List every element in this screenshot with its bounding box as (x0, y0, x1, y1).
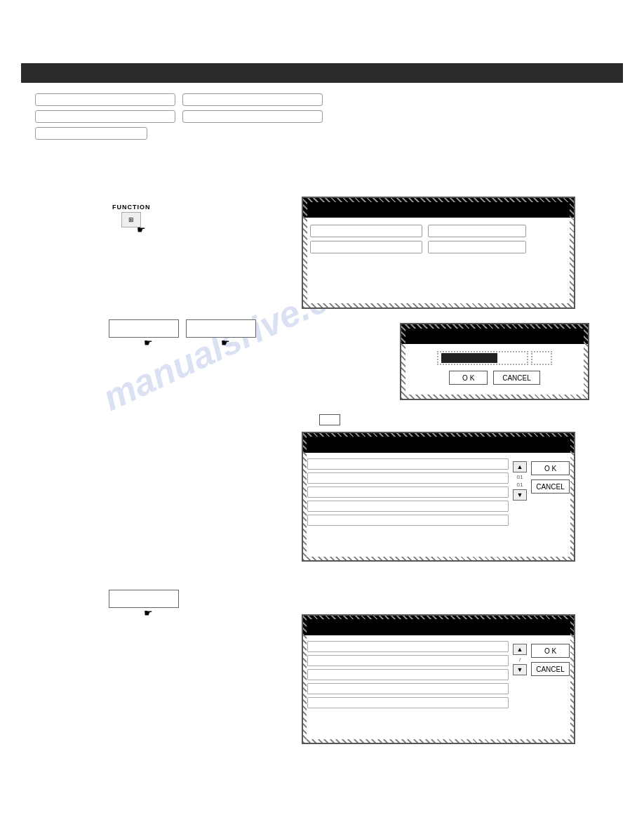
dialog2-header (401, 324, 588, 344)
section1-row3 (35, 127, 609, 140)
dialog-box-1 (302, 197, 575, 309)
dialog3-list-item-1[interactable] (307, 458, 509, 470)
dialog4-list-item-2[interactable] (307, 655, 509, 666)
top-input-4[interactable] (182, 110, 323, 123)
dialog2-dark-value (441, 353, 497, 363)
dialog4-list (307, 641, 509, 708)
dialog4-ok-button[interactable]: O K (531, 644, 570, 658)
dialog3-num1: 01 (517, 474, 523, 480)
top-input-3[interactable] (35, 110, 175, 123)
button-row-1: ☛ ☛ (109, 319, 256, 338)
dialog4-header (303, 616, 574, 635)
dialog2-cancel-button[interactable]: CANCEL (493, 371, 540, 385)
dialog2-right-box (531, 351, 552, 365)
top-input-2[interactable] (182, 93, 323, 106)
function-label: FUNCTION (112, 204, 151, 211)
dialog2-selector-box[interactable] (437, 351, 528, 365)
dialog1-input-2[interactable] (428, 225, 526, 237)
dialog3-arrow-up[interactable]: ▲ (513, 461, 527, 472)
dialog4-arrow-down[interactable]: ▼ (513, 664, 527, 675)
dialog-box-3: ▲ 01 01 ▼ O K CANCEL (302, 432, 575, 562)
button-3[interactable]: ☛ (109, 590, 179, 608)
button-row-2: ☛ (109, 590, 179, 608)
function-icon[interactable]: ⊞ ☛ (121, 212, 141, 227)
dialog1-body (303, 218, 574, 260)
dialog3-cancel-button[interactable]: CANCEL (531, 479, 570, 494)
dialog1-input-3[interactable] (310, 241, 422, 253)
dialog1-row1 (310, 225, 567, 237)
dialog3-arrow-controls: ▲ 01 01 ▼ (513, 458, 527, 526)
dialog3-num2: 01 (517, 482, 523, 488)
function-key-icon: ⊞ (128, 216, 134, 223)
dialog-box-4: ▲ / ▼ O K CANCEL (302, 614, 575, 744)
dialog3-header (303, 433, 574, 453)
dialog2-selector (437, 351, 552, 365)
dialog2-ok-button[interactable]: O K (449, 371, 488, 385)
cursor-hand-icon: ☛ (137, 224, 146, 235)
section1-row1 (35, 93, 609, 106)
dialog4-arrow-controls: ▲ / ▼ (513, 641, 527, 708)
dialog3-list-item-5[interactable] (307, 515, 509, 526)
top-input-1[interactable] (35, 93, 175, 106)
dialog-box-2: O K CANCEL (400, 323, 589, 400)
dialog3-list (307, 458, 509, 526)
dialog4-arrow-mid: / (519, 656, 521, 663)
dialog2-body: O K CANCEL (401, 344, 588, 392)
dialog2-buttons: O K CANCEL (449, 371, 540, 385)
dialog1-input-4[interactable] (428, 241, 526, 253)
dialog3-ok-button[interactable]: O K (531, 461, 570, 475)
dialog3-list-item-3[interactable] (307, 486, 509, 498)
section1-area (21, 88, 623, 144)
dialog4-list-item-5[interactable] (307, 697, 509, 708)
dialog4-side-buttons: O K CANCEL (531, 641, 570, 708)
button-2[interactable]: ☛ (186, 319, 256, 338)
dialog1-header (303, 198, 574, 218)
dialog4-body: ▲ / ▼ O K CANCEL (303, 635, 574, 714)
button-1[interactable]: ☛ (109, 319, 179, 338)
top-header-bar (21, 63, 623, 83)
dialog1-row2 (310, 241, 567, 253)
dialog3-side-buttons: O K CANCEL (531, 458, 570, 526)
dialog4-cancel-button[interactable]: CANCEL (531, 662, 570, 676)
cursor-hand2-icon: ☛ (144, 337, 153, 348)
dialog4-list-item-3[interactable] (307, 669, 509, 680)
section1-row2 (35, 110, 609, 123)
dialog3-body: ▲ 01 01 ▼ O K CANCEL (303, 453, 574, 531)
dialog4-arrow-up[interactable]: ▲ (513, 644, 527, 655)
top-input-5[interactable] (35, 127, 147, 140)
function-area: FUNCTION ⊞ ☛ (112, 204, 151, 227)
dialog4-list-item-4[interactable] (307, 683, 509, 694)
dialog4-list-item-1[interactable] (307, 641, 509, 652)
cursor-hand3-icon: ☛ (221, 337, 230, 348)
dialog3-arrow-down[interactable]: ▼ (513, 489, 527, 501)
dialog3-list-item-4[interactable] (307, 501, 509, 512)
dialog1-input-1[interactable] (310, 225, 422, 237)
small-box-indicator (319, 414, 340, 425)
cursor-hand4-icon: ☛ (144, 607, 153, 618)
dialog3-list-item-2[interactable] (307, 472, 509, 484)
